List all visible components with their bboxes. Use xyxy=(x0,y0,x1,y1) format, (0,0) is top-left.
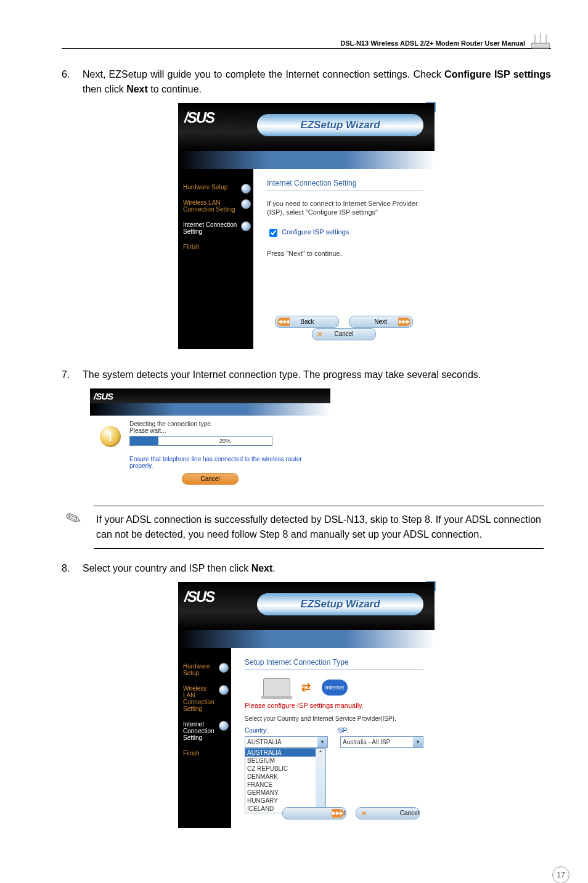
step6-text-b: then click xyxy=(83,84,126,94)
country-option[interactable]: GERMANY xyxy=(245,789,325,797)
detecting-msg1: Detecting the connection type. xyxy=(129,421,321,427)
next-button[interactable]: Next▶▶▶ xyxy=(282,807,346,819)
country-option[interactable]: FRANCE xyxy=(245,781,325,789)
next-button[interactable]: Next▶▶▶ xyxy=(349,316,413,328)
chevron-down-icon: ▼ xyxy=(413,737,423,747)
wizard-title: EZSetup Wizard xyxy=(257,593,423,615)
ezsetup-wizard-country-screenshot: ✕ /SUS EZSetup Wizard Hardware Setup Wir… xyxy=(178,582,435,828)
connection-graphic: ⇄ Internet xyxy=(263,678,423,697)
step8-bold-a: Next xyxy=(251,563,273,573)
cancel-button[interactable]: ✕Cancel xyxy=(356,807,420,819)
nav-finish: Finish xyxy=(183,244,253,250)
double-arrow-icon: ⇄ xyxy=(301,681,311,694)
country-selected-value: AUSTRALIA xyxy=(247,739,282,745)
asus-logo: /SUS xyxy=(94,391,113,401)
manual-title: DSL-N13 Wireless ADSL 2/2+ Modem Router … xyxy=(340,39,525,47)
step6-text: Next, EZSetup will guide you to complete… xyxy=(83,67,551,97)
detecting-dialog-screenshot: /SUS ! Detecting the connection type. Pl… xyxy=(90,388,330,491)
wizard-nav: Hardware Setup Wireless LAN Connection S… xyxy=(178,648,231,828)
step8-text-b: . xyxy=(272,563,275,573)
nav-internet-connection: Internet Connection Setting xyxy=(183,721,231,741)
step6-number: 6. xyxy=(62,67,83,97)
laptop-icon xyxy=(263,678,290,697)
manual-config-warning: Please configure ISP settings manually. xyxy=(245,702,423,709)
cancel-button[interactable]: ✕Cancel xyxy=(312,328,376,340)
step8-text: Select your country and ISP then click N… xyxy=(83,561,551,576)
configure-isp-checkbox[interactable]: Configure ISP settings xyxy=(267,227,423,239)
svg-rect-0 xyxy=(531,43,550,48)
detecting-msg2: Please wait... xyxy=(129,427,321,434)
info-icon: ! xyxy=(100,426,121,447)
page-number: 17 xyxy=(552,866,570,883)
country-label: Country: xyxy=(245,727,337,734)
chevron-down-icon: ▼ xyxy=(317,737,327,747)
country-option[interactable]: HUNGARY xyxy=(245,797,325,805)
country-option[interactable]: BELGIUM xyxy=(245,757,325,765)
cancel-button[interactable]: Cancel xyxy=(182,473,239,485)
country-select[interactable]: AUSTRALIA ▼ xyxy=(245,736,328,748)
nav-internet-connection: Internet Connection Setting xyxy=(183,221,253,235)
nav-wireless-lan: Wireless LAN Connection Setting xyxy=(183,685,231,712)
configure-isp-checkbox-input[interactable] xyxy=(269,229,277,237)
isp-label: ISP: xyxy=(337,727,349,734)
country-option[interactable]: CZ REPUBLIC xyxy=(245,765,325,773)
nav-wireless-lan: Wireless LAN Connection Setting xyxy=(183,199,253,213)
wizard-nav: Hardware Setup Wireless LAN Connection S… xyxy=(178,169,253,349)
nav-hardware-setup: Hardware Setup xyxy=(183,184,253,191)
isp-select[interactable]: Australia - All ISP ▼ xyxy=(340,736,423,748)
step6-text-c: to continue. xyxy=(148,84,202,94)
scrollbar[interactable] xyxy=(316,749,325,813)
wizard-instruction: If you need to connect to Internet Servi… xyxy=(267,199,423,217)
section-title: Internet Connection Setting xyxy=(267,179,423,191)
section-title: Setup Internet Connection Type xyxy=(245,658,423,670)
country-option[interactable]: AUSTRALIA xyxy=(245,749,325,757)
note-text: If your ADSL connection is successfully … xyxy=(94,506,544,549)
select-country-instruction: Select your Country and Internet Service… xyxy=(245,715,423,722)
step8-number: 8. xyxy=(62,561,83,576)
nav-finish: Finish xyxy=(183,750,231,757)
country-dropdown-list[interactable]: AUSTRALIA BELGIUM CZ REPUBLIC DENMARK FR… xyxy=(245,748,326,813)
nav-hardware-setup: Hardware Setup xyxy=(183,663,231,676)
step8-text-a: Select your country and ISP then click xyxy=(83,563,251,573)
configure-isp-label: Configure ISP settings xyxy=(282,228,349,236)
step6-bold-b: Next xyxy=(126,84,148,94)
detect-advice: Ensure that telephone line has connected… xyxy=(129,456,321,469)
wizard-title: EZSetup Wizard xyxy=(257,114,423,136)
country-option[interactable]: DENMARK xyxy=(245,773,325,781)
asus-logo: /SUS xyxy=(184,107,214,126)
ezsetup-wizard-step3-screenshot: ✕ /SUS EZSetup Wizard Hardware Setup Wir… xyxy=(178,103,435,349)
step7-text: The system detects your Internet connect… xyxy=(83,368,551,382)
router-icon xyxy=(530,33,551,49)
step6-bold-a: Configure ISP settings xyxy=(444,69,551,80)
press-next-text: Press "Next" to continue. xyxy=(267,250,423,257)
isp-selected-value: Australia - All ISP xyxy=(343,739,390,745)
asus-logo: /SUS xyxy=(184,586,214,606)
step6-text-a: Next, EZSetup will guide you to complete… xyxy=(83,69,444,80)
internet-globe-icon: Internet xyxy=(322,680,348,696)
step7-number: 7. xyxy=(62,368,83,382)
back-button[interactable]: ◀◀◀Back xyxy=(275,316,339,328)
progress-percent: 20% xyxy=(129,438,321,444)
